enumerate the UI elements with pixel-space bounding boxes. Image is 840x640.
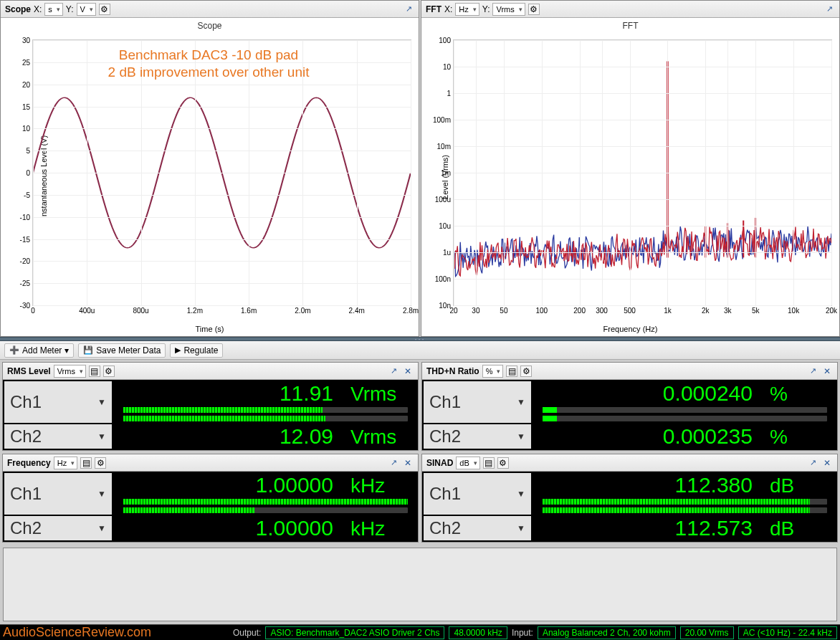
chevron-down-icon: ▼ <box>517 397 525 407</box>
sinad-ch2-value: 112.573 <box>675 516 753 540</box>
scope-x-select[interactable]: s <box>44 3 63 16</box>
scope-chart-title: Scope <box>1 18 419 31</box>
chevron-down-icon: ▼ <box>97 523 106 533</box>
gear-icon[interactable]: ⚙ <box>99 4 110 15</box>
fft-y-select[interactable]: Vrms <box>492 3 525 16</box>
chevron-down-icon: ▼ <box>517 523 525 533</box>
output-driver[interactable]: ASIO: Benchmark_DAC2 ASIO Driver 2 Chs <box>265 626 444 639</box>
sinad-ch2-bar <box>543 507 810 513</box>
freq-ch2-label[interactable]: Ch2▼ <box>4 516 112 540</box>
gear-icon[interactable]: ⚙ <box>497 457 509 469</box>
scope-xlabel: Time (s) <box>196 325 224 333</box>
rms-ch1-value: 11.91 <box>280 381 333 406</box>
input-config[interactable]: Analog Balanced 2 Ch, 200 kohm <box>538 626 676 639</box>
rms-ch1-label[interactable]: Ch1▼ <box>4 381 112 423</box>
thdn-ch1-unit: % <box>770 383 827 406</box>
freq-ch1-label[interactable]: Ch1▼ <box>4 473 112 515</box>
thdn-ch1-label[interactable]: Ch1▼ <box>424 381 531 423</box>
chevron-down-icon: ▼ <box>97 431 106 441</box>
gear-icon[interactable]: ⚙ <box>103 366 115 377</box>
fft-plot[interactable]: 100101100m10m1m100u10u1u100n10n203050100… <box>453 39 832 306</box>
close-icon[interactable]: ✕ <box>402 457 414 469</box>
rms-title: RMS Level <box>7 366 51 376</box>
gear-icon[interactable]: ⚙ <box>520 366 532 377</box>
regulate-button[interactable]: ▶Regulate <box>170 343 223 358</box>
watermark: AudioScienceReview.com <box>3 625 151 640</box>
add-meter-button[interactable]: ➕Add Meter ▾ <box>4 343 74 358</box>
freq-title: Frequency <box>7 458 51 468</box>
splitter[interactable] <box>0 337 840 341</box>
chevron-down-icon: ▼ <box>517 489 525 499</box>
scope-y-select[interactable]: V <box>77 3 96 16</box>
scope-pane: Scope X: s Y: V ⚙ ↗ Scope Instantaneous … <box>0 0 419 337</box>
thdn-ch1-value: 0.000240 <box>663 381 753 406</box>
filter-icon[interactable]: ▤ <box>80 457 92 469</box>
freq-unit-select[interactable]: Hz <box>54 457 77 469</box>
rms-ch2-unit: Vrms <box>350 426 408 449</box>
rms-unit-select[interactable]: Vrms <box>54 365 86 378</box>
add-meter-label: Add Meter <box>22 345 62 355</box>
fft-x-select[interactable]: Hz <box>455 3 479 16</box>
sinad-ch1-value: 112.380 <box>675 473 753 497</box>
scope-header: Scope X: s Y: V ⚙ ↗ <box>1 1 419 18</box>
close-icon[interactable]: ✕ <box>402 366 414 377</box>
thdn-ch2-label[interactable]: Ch2▼ <box>424 424 531 449</box>
fft-pane: FFT X: Hz Y: Vrms ⚙ ↗ FFT Level (Vrms) F… <box>421 0 840 337</box>
thdn-ch1-bar <box>543 407 557 413</box>
rms-ch2-value: 12.09 <box>280 424 333 449</box>
gear-icon[interactable]: ⚙ <box>528 4 540 15</box>
sinad-ch2-label[interactable]: Ch2▼ <box>424 516 531 540</box>
input-bandwidth[interactable]: AC (<10 Hz) - 22.4 kHz <box>738 626 837 639</box>
rms-ch1-unit: Vrms <box>350 383 408 406</box>
sinad-unit-select[interactable]: dB <box>456 457 479 469</box>
rms-ch2-label[interactable]: Ch2▼ <box>4 424 112 449</box>
meters-grid: RMS Level Vrms ▤ ⚙ ↗ ✕ Ch1▼ 11.91Vrms C <box>0 360 840 545</box>
fft-title: FFT <box>426 4 442 14</box>
popout-icon[interactable]: ↗ <box>824 4 835 15</box>
sinad-ch2-unit: dB <box>770 517 827 540</box>
sinad-title: SINAD <box>426 458 453 468</box>
scope-title: Scope <box>5 4 31 14</box>
popout-icon[interactable]: ↗ <box>403 4 414 15</box>
input-voltage[interactable]: 20.00 Vrms <box>680 626 734 639</box>
play-icon: ▶ <box>175 345 181 355</box>
freq-ch2-unit: kHz <box>350 517 408 540</box>
close-icon[interactable]: ✕ <box>821 366 833 377</box>
regulate-label: Regulate <box>183 345 218 355</box>
sample-rate[interactable]: 48.0000 kHz <box>449 626 507 639</box>
save-meter-button[interactable]: 💾Save Meter Data <box>78 343 166 358</box>
thdn-ch2-unit: % <box>770 426 827 449</box>
sinad-ch1-unit: dB <box>770 474 827 497</box>
annotation-line2: 2 dB improvement over other unit <box>51 64 366 81</box>
annotation-line1: Benchmark DAC3 -10 dB pad <box>51 47 366 64</box>
thdn-unit-select[interactable]: % <box>482 365 504 378</box>
thdn-title: THD+N Ratio <box>426 366 479 376</box>
popout-icon[interactable]: ↗ <box>388 366 399 377</box>
close-icon[interactable]: ✕ <box>821 457 833 469</box>
chevron-down-icon: ▼ <box>97 489 106 499</box>
meter-toolbar: ➕Add Meter ▾ 💾Save Meter Data ▶Regulate <box>0 341 840 360</box>
freq-ch2-bar <box>123 507 254 513</box>
sinad-ch1-label[interactable]: Ch1▼ <box>424 473 531 515</box>
save-meter-label: Save Meter Data <box>96 345 161 355</box>
scope-annotation: Benchmark DAC3 -10 dB pad 2 dB improveme… <box>51 47 366 81</box>
scope-x-label: X: <box>34 4 42 14</box>
chevron-down-icon: ▼ <box>97 397 106 407</box>
fft-chart-title: FFT <box>421 18 839 31</box>
popout-icon[interactable]: ↗ <box>388 457 399 469</box>
popout-icon[interactable]: ↗ <box>807 457 818 469</box>
freq-ch1-unit: kHz <box>350 474 408 497</box>
freq-ch2-value: 1.00000 <box>256 516 333 540</box>
freq-ch1-bar <box>123 499 408 505</box>
plus-icon: ➕ <box>9 345 19 355</box>
popout-icon[interactable]: ↗ <box>807 366 818 377</box>
filter-icon[interactable]: ▤ <box>483 457 495 469</box>
filter-icon[interactable]: ▤ <box>89 366 100 377</box>
sinad-ch1-bar <box>543 499 810 505</box>
input-label: Input: <box>512 628 533 638</box>
gear-icon[interactable]: ⚙ <box>95 457 106 469</box>
freq-meter: Frequency Hz ▤ ⚙ ↗ ✕ Ch1▼ 1.00000kHz Ch <box>2 454 419 543</box>
rms-meter: RMS Level Vrms ▤ ⚙ ↗ ✕ Ch1▼ 11.91Vrms C <box>2 362 419 451</box>
filter-icon[interactable]: ▤ <box>506 366 517 377</box>
fft-x-label: X: <box>444 4 452 14</box>
